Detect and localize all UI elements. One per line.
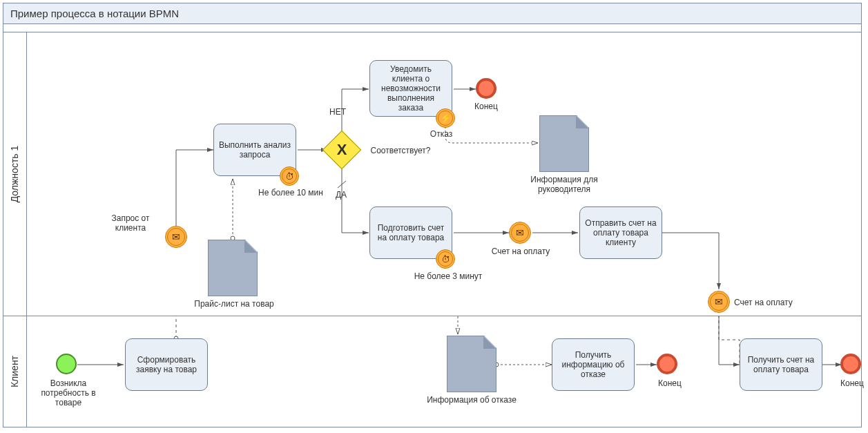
task-form-request: Сформировать заявку на товар <box>125 338 208 391</box>
task-receive-invoice: Получить счет на оплату товара <box>740 338 822 391</box>
label-end2: Конец <box>646 378 694 388</box>
label-timer2: Не более 3 минут <box>414 271 483 281</box>
label-request: Запрос от клиента <box>96 213 165 233</box>
label-msg-invoice: Счет на оплату <box>483 247 559 256</box>
message-event-invoice-icon <box>509 222 531 244</box>
task-analyze-text: Выполнить анализ запроса <box>218 140 291 160</box>
label-end3: Конец <box>828 378 868 388</box>
lane-1-label-text: Должность 1 <box>10 146 21 203</box>
end-event-3-icon <box>840 354 861 374</box>
lane-1-label: Должность 1 <box>3 32 27 316</box>
error-event-refusal-icon <box>436 108 455 128</box>
label-info-manager: Информация для руководителя <box>523 175 606 194</box>
label-refusal: Отказ <box>421 129 462 139</box>
label-info-refusal: Информация об отказе <box>423 395 520 405</box>
task-notify: Уведомить клиента о невозможности выполн… <box>369 60 452 117</box>
task-receive-invoice-text: Получить счет на оплату товара <box>744 355 818 374</box>
lanes-container: Должность 1 <box>3 32 861 427</box>
start-event-icon <box>56 354 77 374</box>
task-receive-refusal-text: Получить информацию об отказе <box>557 350 630 379</box>
lane-2-label-text: Клиент <box>10 356 21 387</box>
label-msg-invoice2: Счет на оплату <box>734 298 810 307</box>
document-info-refusal-icon <box>447 336 496 392</box>
lane-1-body: Запрос от клиента Выполнить анализ запро… <box>27 32 861 316</box>
bpmn-pool: Пример процесса в нотации BPMN Должность… <box>3 3 862 427</box>
task-receive-refusal: Получить информацию об отказе <box>552 338 635 391</box>
label-start: Возникла потребность в товаре <box>34 378 103 407</box>
spacer <box>3 24 861 32</box>
end-event-2-icon <box>657 354 677 374</box>
task-send-invoice: Отправить счет на оплату товара клиенту <box>579 206 662 259</box>
label-end1: Конец <box>462 102 510 111</box>
label-yes: ДА <box>331 190 351 200</box>
document-pricelist-icon <box>208 240 258 296</box>
label-gateway-question: Соответствует? <box>363 146 438 155</box>
svg-line-1 <box>338 181 346 188</box>
lane-position-1: Должность 1 <box>3 32 861 316</box>
timer-event-2-icon <box>436 249 455 269</box>
gateway-exclusive-icon: X <box>328 136 356 164</box>
pool-title: Пример процесса в нотации BPMN <box>3 3 861 24</box>
end-event-1-icon <box>476 78 496 99</box>
task-prepare-invoice-text: Подготовить счет на оплату товара <box>374 223 447 242</box>
task-send-invoice-text: Отправить счет на оплату товара клиенту <box>584 218 657 247</box>
lane-2-label: Клиент <box>3 316 27 427</box>
label-timer1: Не более 10 мин <box>256 188 325 198</box>
label-pricelist: Прайс-лист на товар <box>193 299 276 309</box>
lane-client: Клиент <box>3 316 861 427</box>
message-event-request-icon <box>165 226 187 248</box>
lane-2-body: Возникла потребность в товаре Сформирова… <box>27 316 861 427</box>
task-notify-text: Уведомить клиента о невозможности выполн… <box>374 64 447 113</box>
timer-event-1-icon <box>280 166 299 186</box>
task-form-request-text: Сформировать заявку на товар <box>130 355 203 374</box>
label-no: НЕТ <box>324 107 351 117</box>
message-event-invoice2-icon <box>708 291 730 313</box>
document-info-manager-icon <box>539 115 589 172</box>
